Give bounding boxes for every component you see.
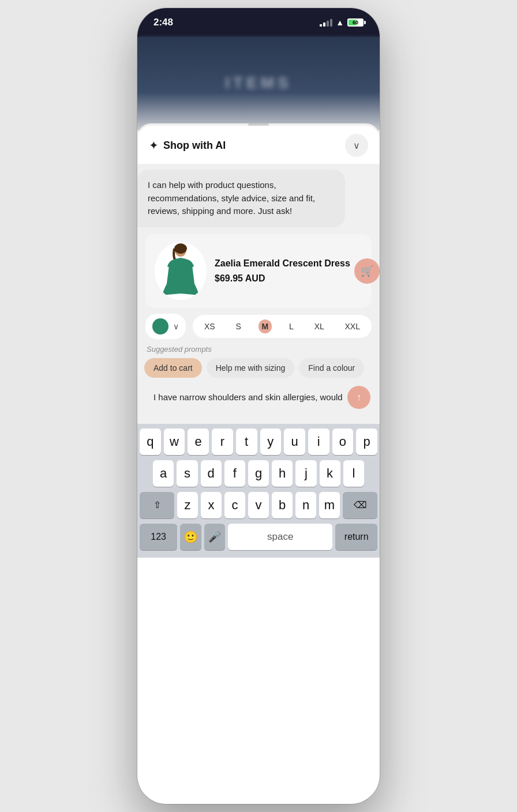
key-m[interactable]: m	[319, 492, 340, 518]
color-swatch-selector[interactable]: ∨	[145, 314, 186, 339]
keyboard-row-4: 123 🙂 🎤 space return	[140, 524, 377, 550]
key-h[interactable]: h	[272, 460, 293, 487]
emoji-key[interactable]: 🙂	[180, 524, 201, 550]
status-icons: ▲ 60	[320, 18, 364, 27]
key-i[interactable]: i	[308, 428, 329, 455]
collapse-button[interactable]: ∨	[345, 134, 368, 157]
chevron-down-icon: ∨	[353, 140, 360, 151]
prompt-add-to-cart[interactable]: Add to cart	[144, 358, 202, 378]
chat-title: Shop with AI	[163, 140, 226, 152]
key-r[interactable]: r	[212, 428, 233, 455]
key-o[interactable]: o	[332, 428, 354, 455]
size-m[interactable]: M	[258, 319, 272, 333]
product-info: Zaelia Emerald Crescent Dress $69.95 AUD	[215, 258, 362, 284]
key-k[interactable]: k	[320, 460, 340, 487]
color-size-row: ∨ XS S M L XL XXL	[145, 314, 372, 339]
send-icon: ↑	[357, 392, 361, 403]
send-button[interactable]: ↑	[347, 386, 370, 409]
key-j[interactable]: j	[295, 460, 316, 487]
key-z[interactable]: z	[177, 492, 198, 518]
key-w[interactable]: w	[164, 428, 185, 455]
intro-message-bubble: I can help with product questions, recom…	[137, 170, 345, 227]
chat-panel: ✦ Shop with AI ∨ I can help with product…	[137, 123, 380, 558]
key-b[interactable]: b	[272, 492, 293, 518]
size-selector: XS S M L XL XXL	[193, 315, 372, 338]
key-n[interactable]: n	[295, 492, 316, 518]
keyboard-row-1: q w e r t y u i o p	[140, 428, 377, 455]
keyboard: q w e r t y u i o p a s d f g h j	[137, 424, 380, 558]
color-chevron-icon: ∨	[173, 322, 179, 331]
key-a[interactable]: a	[153, 460, 174, 487]
text-input-row: ↑	[144, 384, 373, 411]
key-y[interactable]: y	[260, 428, 282, 455]
brand-logo: ITEMS	[225, 74, 292, 92]
suggested-prompts-label: Suggested prompts	[147, 345, 370, 354]
mic-key[interactable]: 🎤	[204, 524, 225, 550]
key-v[interactable]: v	[248, 492, 269, 518]
signal-icon	[320, 19, 332, 27]
key-f[interactable]: f	[224, 460, 245, 487]
dress-illustration	[158, 243, 204, 298]
keyboard-row-3: ⇧ z x c v b n m ⌫	[140, 492, 377, 518]
product-card: Zaelia Emerald Crescent Dress $69.95 AUD…	[145, 234, 372, 308]
prompt-find-colour[interactable]: Find a colour	[299, 358, 364, 378]
return-key[interactable]: return	[335, 524, 377, 550]
sparkle-icon: ✦	[149, 138, 159, 152]
status-time: 2:48	[153, 17, 173, 28]
key-l[interactable]: l	[343, 460, 364, 487]
status-bar: 2:48 ▲ 60	[137, 8, 380, 37]
key-q[interactable]: q	[140, 428, 161, 455]
key-p[interactable]: p	[356, 428, 377, 455]
size-xl[interactable]: XL	[311, 319, 328, 333]
chat-input[interactable]	[153, 391, 343, 403]
size-xs[interactable]: XS	[201, 319, 219, 333]
product-name: Zaelia Emerald Crescent Dress	[215, 258, 362, 270]
size-xxl[interactable]: XXL	[342, 319, 364, 333]
key-g[interactable]: g	[248, 460, 269, 487]
keyboard-row-2: a s d f g h j k l	[140, 460, 377, 487]
size-s[interactable]: S	[232, 319, 244, 333]
chat-header: ✦ Shop with AI ∨	[137, 126, 380, 164]
space-key[interactable]: space	[228, 524, 332, 550]
product-image	[155, 242, 207, 300]
key-e[interactable]: e	[188, 428, 209, 455]
prompt-chips-row: Add to cart Help me with sizing Find a c…	[137, 358, 380, 378]
key-u[interactable]: u	[284, 428, 305, 455]
chat-content: I can help with product questions, recom…	[137, 170, 380, 422]
phone-frame: 2:48 ▲ 60 ITEMS ✦ Shop with AI ∨	[137, 8, 380, 804]
key-d[interactable]: d	[201, 460, 222, 487]
shift-key[interactable]: ⇧	[140, 492, 174, 518]
svg-point-1	[174, 243, 187, 254]
delete-key[interactable]: ⌫	[343, 492, 377, 518]
wifi-icon: ▲	[336, 18, 344, 27]
intro-message-text: I can help with product questions, recom…	[148, 180, 315, 216]
key-x[interactable]: x	[201, 492, 222, 518]
key-c[interactable]: c	[224, 492, 245, 518]
chat-header-left: ✦ Shop with AI	[149, 138, 226, 152]
key-t[interactable]: t	[236, 428, 257, 455]
size-l[interactable]: L	[286, 319, 297, 333]
key-s[interactable]: s	[177, 460, 197, 487]
product-price: $69.95 AUD	[215, 273, 362, 284]
color-dot	[152, 318, 168, 334]
app-background-overlay: ITEMS	[137, 37, 380, 129]
numbers-key[interactable]: 123	[140, 524, 177, 550]
prompt-help-sizing[interactable]: Help me with sizing	[207, 358, 295, 378]
battery-icon: 60	[347, 18, 364, 27]
add-to-cart-fab[interactable]: 🛒	[354, 258, 380, 284]
